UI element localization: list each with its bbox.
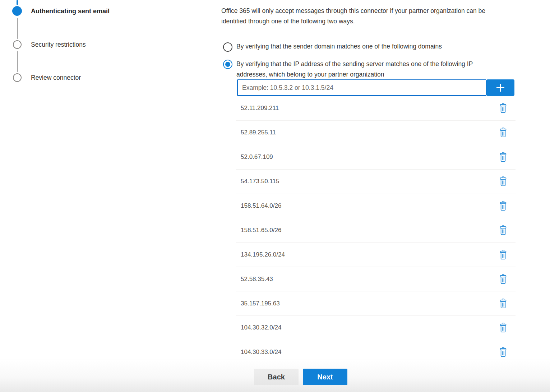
trash-icon bbox=[499, 176, 508, 187]
delete-ip-button[interactable] bbox=[496, 346, 509, 359]
ip-address: 52.58.35.43 bbox=[241, 276, 273, 283]
ip-address: 158.51.64.0/26 bbox=[241, 202, 281, 209]
delete-ip-button[interactable] bbox=[496, 199, 509, 212]
step-label: Review connector bbox=[31, 74, 81, 82]
back-button[interactable]: Back bbox=[254, 369, 299, 385]
delete-ip-button[interactable] bbox=[496, 175, 509, 188]
ip-address: 52.89.255.11 bbox=[241, 129, 276, 136]
ip-address-list: 52.11.209.211 52.89.255.11 bbox=[236, 96, 516, 365]
plus-icon bbox=[495, 82, 506, 93]
trash-icon bbox=[499, 225, 508, 236]
trash-icon bbox=[499, 152, 508, 162]
step-upcoming-indicator bbox=[13, 40, 22, 49]
delete-ip-button[interactable] bbox=[496, 151, 509, 163]
ip-address-row: 52.89.255.11 bbox=[236, 121, 516, 145]
ip-address-input[interactable] bbox=[237, 79, 486, 96]
step-connector-line bbox=[17, 18, 18, 39]
ip-address: 158.51.65.0/26 bbox=[241, 227, 281, 234]
ip-address: 134.195.26.0/24 bbox=[241, 251, 285, 258]
delete-ip-button[interactable] bbox=[496, 224, 509, 237]
ip-address-row: 52.58.35.43 bbox=[236, 267, 516, 291]
trash-icon bbox=[499, 274, 508, 285]
ip-address-row: 35.157.195.63 bbox=[236, 291, 516, 316]
ip-address: 104.30.33.0/24 bbox=[241, 349, 281, 356]
ip-address: 54.173.50.115 bbox=[241, 178, 279, 185]
next-button[interactable]: Next bbox=[303, 369, 347, 385]
wizard-footer: Back Next bbox=[0, 360, 550, 392]
delete-ip-button[interactable] bbox=[496, 126, 509, 139]
ip-address-row: 158.51.65.0/26 bbox=[236, 218, 516, 243]
ip-address-row: 54.173.50.115 bbox=[236, 170, 516, 194]
ip-address-row: 52.0.67.109 bbox=[236, 145, 516, 170]
step-label: Authenticating sent email bbox=[31, 8, 110, 15]
ip-address: 52.11.209.211 bbox=[241, 105, 279, 112]
trash-icon bbox=[499, 103, 508, 114]
intro-line-2: identified through one of the following … bbox=[221, 16, 485, 27]
step-current-indicator bbox=[12, 6, 22, 16]
step-label: Security restrictions bbox=[31, 41, 86, 49]
sidebar-divider bbox=[196, 0, 196, 360]
trash-icon bbox=[499, 200, 508, 211]
ip-address: 35.157.195.63 bbox=[241, 300, 280, 307]
ip-address: 52.0.67.109 bbox=[241, 153, 273, 161]
connector-wizard-screen: Authenticating sent email Security restr… bbox=[0, 0, 550, 392]
trash-icon bbox=[499, 322, 508, 333]
ip-address-row: 104.30.32.0/24 bbox=[236, 316, 516, 340]
delete-ip-button[interactable] bbox=[496, 273, 509, 286]
delete-ip-button[interactable] bbox=[496, 102, 509, 115]
ip-address-row: 52.11.209.211 bbox=[236, 96, 516, 121]
add-ip-button[interactable] bbox=[486, 79, 514, 96]
delete-ip-button[interactable] bbox=[496, 321, 509, 334]
trash-icon bbox=[499, 298, 508, 309]
delete-ip-button[interactable] bbox=[496, 297, 509, 310]
ip-address-row: 134.195.26.0/24 bbox=[236, 243, 516, 267]
delete-ip-button[interactable] bbox=[496, 248, 509, 261]
trash-icon bbox=[499, 249, 508, 260]
radio-selected-icon bbox=[223, 60, 232, 69]
intro-text: Office 365 will only accept messages thr… bbox=[221, 6, 485, 27]
step-connector-line bbox=[17, 51, 18, 72]
radio-unselected-icon bbox=[223, 42, 232, 52]
radio-option-label: By verifying that the IP address of the … bbox=[236, 59, 473, 80]
step-connector-line-top bbox=[17, 0, 18, 5]
ip-address: 104.30.32.0/24 bbox=[241, 324, 281, 331]
trash-icon bbox=[499, 127, 508, 138]
intro-line-1: Office 365 will only accept messages thr… bbox=[221, 6, 485, 16]
trash-icon bbox=[499, 347, 508, 358]
step-upcoming-indicator bbox=[13, 73, 22, 82]
radio-option-label: By verifying that the sender domain matc… bbox=[236, 42, 442, 51]
ip-address-row: 158.51.64.0/26 bbox=[236, 194, 516, 218]
